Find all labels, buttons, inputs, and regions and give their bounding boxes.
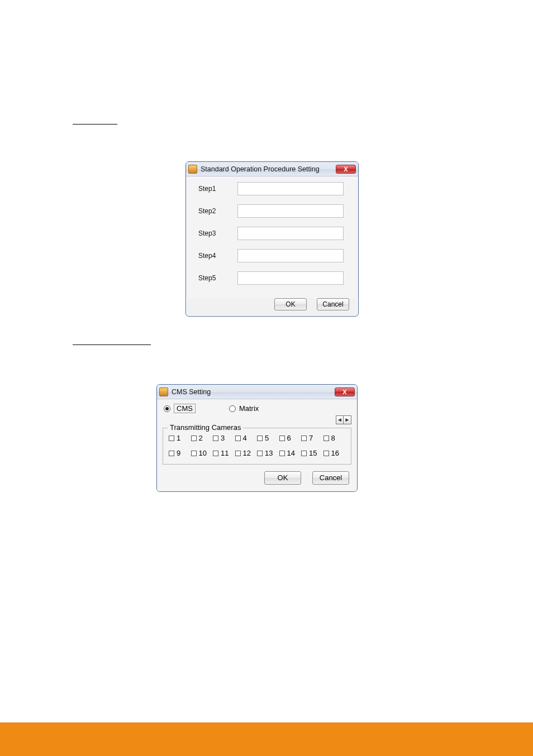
camera-checkbox-11[interactable]: 11: [213, 449, 235, 457]
camera-label: 14: [287, 449, 295, 457]
checkbox-icon: [279, 451, 285, 456]
checkbox-icon: [257, 436, 263, 441]
checkbox-icon: [279, 436, 285, 441]
sop-dialog: Standard Operation Procedure Setting X S…: [185, 161, 359, 317]
checkbox-icon: [235, 436, 241, 441]
camera-checkbox-8[interactable]: 8: [323, 434, 346, 442]
camera-label: 10: [199, 449, 207, 457]
checkbox-icon: [213, 436, 218, 441]
ok-button[interactable]: OK: [274, 298, 307, 310]
checkbox-icon: [301, 451, 307, 456]
checkbox-icon: [301, 436, 307, 441]
camera-label: 1: [177, 434, 180, 442]
radio-cms-label: CMS: [174, 404, 196, 413]
close-icon[interactable]: X: [336, 165, 356, 174]
checkbox-icon: [323, 451, 329, 456]
section2-underline: [73, 344, 151, 345]
cms-titlebar[interactable]: CMS Setting X: [157, 385, 357, 399]
camera-label: 12: [243, 449, 251, 457]
step1-input[interactable]: [237, 182, 344, 195]
cms-title: CMS Setting: [172, 388, 331, 396]
camera-label: 6: [287, 434, 291, 442]
section1-spacer: [73, 139, 460, 161]
checkbox-icon: [191, 451, 197, 456]
app-icon: [188, 165, 197, 174]
sop-titlebar[interactable]: Standard Operation Procedure Setting X: [186, 162, 358, 176]
checkbox-icon: [323, 436, 329, 441]
camera-checkbox-13[interactable]: 13: [257, 449, 279, 457]
camera-label: 9: [177, 449, 180, 457]
ok-button[interactable]: OK: [264, 471, 301, 485]
camera-checkbox-2[interactable]: 2: [191, 434, 213, 442]
checkbox-icon: [257, 451, 263, 456]
camera-checkbox-7[interactable]: 7: [301, 434, 323, 442]
cancel-button[interactable]: Cancel: [317, 298, 349, 310]
radio-dot-icon: [229, 405, 236, 412]
camera-label: 4: [243, 434, 247, 442]
radio-matrix[interactable]: Matrix: [229, 404, 259, 413]
cms-dialog: CMS Setting X CMS Matrix ◄ ►: [156, 384, 358, 492]
transmitting-cameras-group: Transmitting Cameras 1 2 3 4 5 6 7 8 9 1…: [163, 428, 351, 465]
camera-checkbox-9[interactable]: 9: [169, 449, 191, 457]
step2-label: Step2: [198, 207, 221, 215]
camera-checkbox-3[interactable]: 3: [213, 434, 235, 442]
camera-label: 15: [309, 449, 317, 457]
gap: [73, 329, 460, 332]
arrow-left-button[interactable]: ◄: [336, 415, 344, 424]
step2-input[interactable]: [237, 204, 344, 218]
camera-label: 2: [199, 434, 203, 442]
checkbox-icon: [191, 436, 197, 441]
step5-label: Step5: [198, 274, 221, 282]
radio-dot-icon: [164, 405, 170, 412]
checkbox-icon: [169, 451, 174, 456]
camera-label: 3: [221, 434, 225, 442]
camera-checkbox-5[interactable]: 5: [257, 434, 279, 442]
camera-label: 16: [331, 449, 339, 457]
camera-label: 8: [331, 434, 335, 442]
camera-label: 11: [221, 449, 229, 457]
camera-checkbox-15[interactable]: 15: [301, 449, 323, 457]
checkbox-icon: [213, 451, 218, 456]
camera-checkbox-1[interactable]: 1: [169, 434, 191, 442]
camera-label: 5: [265, 434, 269, 442]
step2-row: Step2: [198, 204, 349, 218]
camera-checkbox-4[interactable]: 4: [235, 434, 258, 442]
cms-body: CMS Matrix ◄ ► Transmitting Cameras 1 2: [157, 399, 357, 491]
step3-row: Step3: [198, 227, 349, 240]
step3-label: Step3: [198, 229, 221, 237]
step4-label: Step4: [198, 252, 221, 260]
camera-row-2: 9 10 11 12 13 14 15 16: [169, 449, 345, 457]
camera-checkbox-12[interactable]: 12: [235, 449, 258, 457]
checkbox-icon: [235, 451, 241, 456]
close-icon[interactable]: X: [335, 387, 355, 396]
step5-input[interactable]: [237, 271, 344, 285]
camera-checkbox-6[interactable]: 6: [279, 434, 302, 442]
camera-label: 13: [265, 449, 273, 457]
mode-row: CMS Matrix: [157, 399, 357, 415]
arrow-right-button[interactable]: ►: [344, 415, 351, 424]
cms-button-row: OK Cancel: [157, 471, 357, 491]
section2-spacer: [73, 360, 460, 382]
app-icon: [159, 387, 168, 396]
sop-body: Step1 Step2 Step3 Step4 Step5: [186, 176, 358, 298]
sop-dialog-wrapper: Standard Operation Procedure Setting X S…: [185, 161, 359, 317]
cancel-button[interactable]: Cancel: [312, 471, 349, 485]
step4-input[interactable]: [237, 249, 344, 262]
sop-title: Standard Operation Procedure Setting: [201, 165, 332, 173]
step5-row: Step5: [198, 271, 349, 285]
radio-cms[interactable]: CMS: [164, 404, 196, 413]
checkbox-icon: [169, 436, 174, 441]
sop-button-row: OK Cancel: [186, 298, 358, 316]
group-legend: Transmitting Cameras: [168, 423, 243, 432]
step3-input[interactable]: [237, 227, 344, 240]
camera-checkbox-14[interactable]: 14: [279, 449, 302, 457]
section1-underline: [73, 124, 117, 125]
step1-row: Step1: [198, 182, 349, 195]
camera-row-1: 1 2 3 4 5 6 7 8: [169, 434, 345, 442]
camera-checkbox-16[interactable]: 16: [323, 449, 346, 457]
camera-checkbox-10[interactable]: 10: [191, 449, 213, 457]
camera-label: 7: [309, 434, 313, 442]
step4-row: Step4: [198, 249, 349, 262]
document-page: Standard Operation Procedure Setting X S…: [0, 0, 533, 756]
radio-matrix-label: Matrix: [239, 404, 259, 413]
